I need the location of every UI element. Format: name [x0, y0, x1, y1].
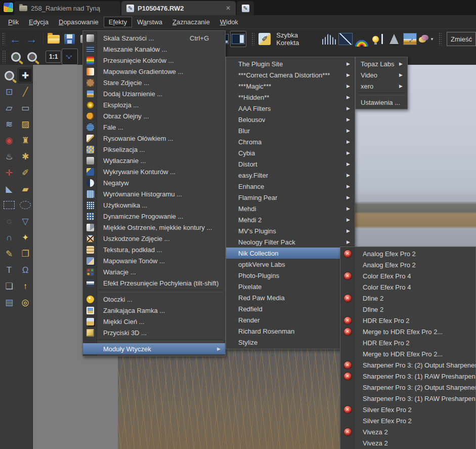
straighten-tool[interactable]: ╱	[18, 84, 33, 99]
transform-tool[interactable]: ▭	[18, 100, 33, 115]
effects-menu-item[interactable]: Dodaj Uziarnienie ...	[83, 88, 225, 99]
plugin-category-item[interactable]: Mehdi 2▶	[226, 214, 355, 225]
resize-image-button[interactable]: ↔	[402, 31, 418, 47]
heal-brush-tool[interactable]: ✛	[2, 165, 17, 180]
plugin-category-item[interactable]: Pixelate▶	[226, 281, 355, 292]
eraser-tool[interactable]: ▰	[18, 181, 33, 196]
nik-plugin-item[interactable]: ✕Merge to HDR Efex Pro 2...	[340, 326, 475, 337]
tab-folder[interactable]: 258_Rankiem nad Tyną	[14, 1, 120, 15]
plugin-category-item[interactable]: Stylize▶	[226, 337, 355, 348]
fill-bucket-tool[interactable]: ◣	[2, 181, 17, 196]
effects-menu-item[interactable]: Wariacje ...	[83, 266, 225, 277]
warp-tool[interactable]: ≋	[2, 116, 17, 132]
clone-stamp-tool[interactable]: ♜	[18, 133, 33, 148]
plugin-category-item[interactable]: Redfield▶	[226, 303, 355, 314]
tab-close-icon[interactable]: ✕	[226, 5, 231, 12]
menubar-item-edycja[interactable]: Edycja	[24, 17, 54, 27]
plugin-category-item[interactable]: optikVerve Labs▶	[226, 259, 355, 270]
fit-screen-button[interactable]: ↔↔	[62, 49, 78, 65]
effects-menu-item[interactable]: Użytkownika ...	[83, 199, 225, 211]
effects-menu-item[interactable]: Efekt Przesunięcie Pochylenia (tilt-shif…	[83, 277, 225, 289]
layers-menu-button[interactable]: ▼	[418, 31, 435, 47]
plugin-category-item[interactable]: The Plugin Site▶	[226, 58, 355, 69]
effects-menu-item[interactable]: Stare Zdjęcie ...	[83, 77, 225, 88]
nik-plugin-item[interactable]: ✕Sharpener Pro 3: (2) Output Sharpener	[340, 359, 475, 371]
save-button[interactable]	[62, 31, 78, 47]
effects-menu-item[interactable]: Zanikająca Ramka ...	[83, 305, 225, 316]
tab-new[interactable]: ✎	[237, 1, 254, 15]
photo-mask-tool[interactable]: ▨	[18, 116, 33, 132]
selection-brush-tool[interactable]: ✎	[2, 246, 17, 261]
nik-plugin-item[interactable]: ✕Color Efex Pro 4	[340, 270, 475, 281]
nik-plugin-item[interactable]: Analog Efex Pro 2	[340, 259, 475, 270]
effects-menu-item[interactable]: Uszkodzone Zdjęcie ...	[83, 233, 225, 244]
nik-plugin-item[interactable]: Sharpener Pro 3: (2) Output Sharpener	[340, 382, 475, 393]
nik-plugin-item[interactable]: Silver Efex Pro 2	[340, 415, 475, 426]
plugin-settings-item[interactable]: Ustawienia ...	[356, 97, 407, 108]
contour-rings-tool[interactable]: ◎	[18, 295, 33, 310]
plugin-category-item[interactable]: easy.Filter▶	[226, 170, 355, 181]
shapes-tool[interactable]: ❏	[2, 278, 17, 294]
toolbar-grip[interactable]	[251, 32, 254, 46]
special-char-tool[interactable]: Ω	[18, 262, 33, 277]
menubar-item-plik[interactable]: Plik	[3, 17, 24, 27]
nik-plugin-item[interactable]: ✕HDR Efex Pro 2	[340, 315, 475, 326]
ellipse-select-tool[interactable]	[18, 197, 33, 213]
effects-menu-item[interactable]: Fale ...	[83, 121, 225, 133]
effects-menu-item[interactable]: Wykrywanie Konturów ...	[83, 166, 225, 177]
back-button[interactable]: ←	[7, 31, 23, 47]
perspective-tool[interactable]: ▱	[2, 100, 17, 115]
rect-select-tool[interactable]	[2, 197, 17, 213]
nik-plugin-item[interactable]: HDR Efex Pro 2	[340, 337, 475, 348]
curves-button[interactable]	[337, 31, 354, 47]
plugin-category-item[interactable]: **Hidden**▶	[226, 92, 355, 103]
toolbar-grip[interactable]	[2, 32, 5, 46]
effects-menu-item[interactable]: Dynamiczne Progowanie ...	[83, 211, 225, 222]
sharpen-button[interactable]	[386, 31, 402, 47]
effects-menu-item[interactable]: Negatyw	[83, 177, 225, 188]
brightness-button[interactable]	[370, 31, 386, 47]
plugin-category-item[interactable]: Mehdi▶	[226, 203, 355, 214]
effects-menu-item[interactable]: Przyciski 3D ...	[83, 327, 225, 338]
effects-menu-item[interactable]: Miękkie Ostrzenie, miękkie kontury ...	[83, 222, 225, 233]
menubar-item-efekty[interactable]: Efekty	[104, 17, 132, 27]
nik-plugin-item[interactable]: Sharpener Pro 3: (1) RAW Presharpener	[340, 393, 475, 404]
nik-plugin-item[interactable]: ✕Viveza 2	[340, 426, 475, 437]
plugin-category-item[interactable]: Cybia▶	[226, 147, 355, 158]
open-button[interactable]	[46, 31, 62, 47]
effects-menu-item[interactable]: Skala Szarości ...Ctrl+G	[83, 32, 225, 44]
plugin-category-item[interactable]: Enhance▶	[226, 181, 355, 192]
menubar-item-widok[interactable]: Widok	[215, 17, 243, 27]
plugin-category-item[interactable]: ***Magic***▶	[226, 80, 355, 92]
effects-menu-item[interactable]: Mapowanie Tonów ...	[83, 255, 225, 266]
nik-plugin-item[interactable]: ✕Dfine 2	[340, 293, 475, 304]
plugin-category-item[interactable]: Flaming Pear▶	[226, 192, 355, 203]
nik-collection-menu-item[interactable]: Nik Collection▶	[226, 248, 355, 259]
plugin-category-item[interactable]: Distort▶	[226, 158, 355, 170]
nik-plugin-item[interactable]: ✕Sharpener Pro 3: (1) RAW Presharpener	[340, 371, 475, 382]
smooth-iron-tool[interactable]: ♨	[2, 149, 17, 164]
effects-menu-item[interactable]: Przesunięcie Kolorów ...	[83, 55, 225, 66]
effects-menu-item[interactable]: Pikselizacja ...	[83, 144, 225, 155]
plugin-category-item[interactable]: Richard Rosenman▶	[226, 325, 355, 337]
nik-plugin-item[interactable]: Viveza 2	[340, 437, 475, 448]
fit-view-button[interactable]: Zmieść	[447, 32, 476, 46]
actual-size-button[interactable]: 1:1	[45, 49, 62, 65]
nik-plugin-item[interactable]: Dfine 2	[340, 304, 475, 315]
plugin-category-item[interactable]: Belousov▶	[226, 114, 355, 125]
zoom-in-button[interactable]: +	[8, 49, 24, 65]
nik-plugin-item[interactable]: Merge to HDR Efex Pro 2...	[340, 348, 475, 359]
plugin-category-item[interactable]: xero▶	[356, 80, 407, 92]
color-balance-button[interactable]	[354, 31, 370, 47]
menubar-item-dopasowanie[interactable]: Dopasowanie	[54, 17, 104, 27]
effects-menu-item[interactable]: Eksplozja ...	[83, 99, 225, 110]
plugin-category-item[interactable]: Red Paw Media▶	[226, 292, 355, 303]
paint-brush-tool[interactable]: ✐	[18, 165, 33, 180]
nik-plugin-item[interactable]: ✕Analog Efex Pro 2	[340, 248, 475, 259]
plugin-category-item[interactable]: AAA Filters▶	[226, 103, 355, 114]
plugin-category-item[interactable]: Topaz Labs▶	[356, 58, 407, 69]
paste-into-tool[interactable]: ❐	[18, 246, 33, 261]
plugin-category-item[interactable]: Photo-Plugins▶	[226, 270, 355, 281]
line-gradient-tool[interactable]: ▤	[2, 295, 17, 310]
nik-plugin-item[interactable]: Color Efex Pro 4	[340, 281, 475, 293]
